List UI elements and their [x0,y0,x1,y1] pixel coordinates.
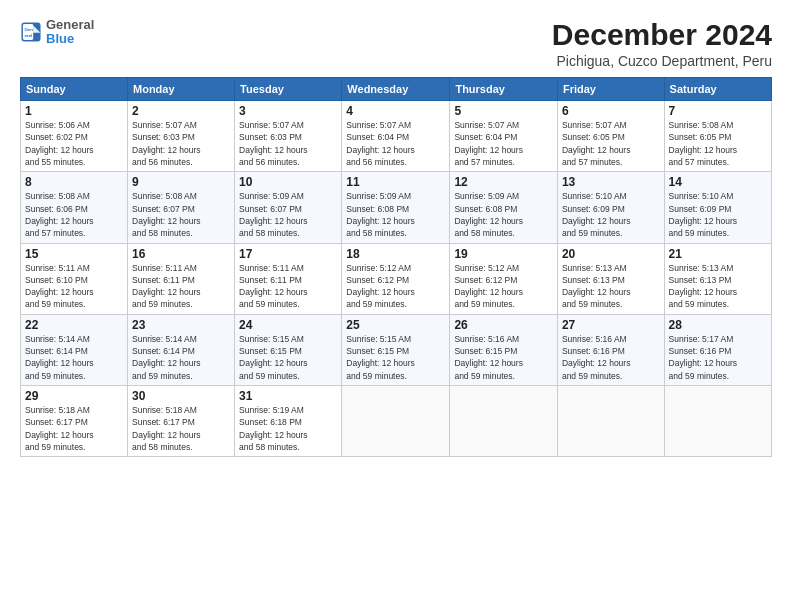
calendar-cell [342,386,450,457]
calendar-cell: 14Sunrise: 5:10 AMSunset: 6:09 PMDayligh… [664,172,771,243]
cell-info: Sunrise: 5:11 AMSunset: 6:11 PMDaylight:… [239,262,337,311]
cell-info: Sunrise: 5:12 AMSunset: 6:12 PMDaylight:… [346,262,445,311]
subtitle: Pichigua, Cuzco Department, Peru [552,53,772,69]
cell-info: Sunrise: 5:08 AMSunset: 6:06 PMDaylight:… [25,190,123,239]
logo: Gen eral General Blue [20,18,94,47]
cell-day-number: 29 [25,389,123,403]
cell-day-number: 15 [25,247,123,261]
title-block: December 2024 Pichigua, Cuzco Department… [552,18,772,69]
cell-info: Sunrise: 5:07 AMSunset: 6:03 PMDaylight:… [239,119,337,168]
cell-day-number: 24 [239,318,337,332]
calendar-cell [557,386,664,457]
calendar-cell: 31Sunrise: 5:19 AMSunset: 6:18 PMDayligh… [235,386,342,457]
calendar-week-row: 15Sunrise: 5:11 AMSunset: 6:10 PMDayligh… [21,243,772,314]
calendar-cell: 13Sunrise: 5:10 AMSunset: 6:09 PMDayligh… [557,172,664,243]
logo-line1: General [46,18,94,32]
cell-info: Sunrise: 5:10 AMSunset: 6:09 PMDaylight:… [669,190,767,239]
calendar-cell: 19Sunrise: 5:12 AMSunset: 6:12 PMDayligh… [450,243,558,314]
cell-info: Sunrise: 5:14 AMSunset: 6:14 PMDaylight:… [132,333,230,382]
calendar-cell: 21Sunrise: 5:13 AMSunset: 6:13 PMDayligh… [664,243,771,314]
calendar-cell: 27Sunrise: 5:16 AMSunset: 6:16 PMDayligh… [557,314,664,385]
day-header-monday: Monday [128,78,235,101]
calendar: SundayMondayTuesdayWednesdayThursdayFrid… [20,77,772,457]
cell-info: Sunrise: 5:07 AMSunset: 6:04 PMDaylight:… [346,119,445,168]
calendar-cell: 29Sunrise: 5:18 AMSunset: 6:17 PMDayligh… [21,386,128,457]
calendar-cell: 30Sunrise: 5:18 AMSunset: 6:17 PMDayligh… [128,386,235,457]
calendar-cell [664,386,771,457]
calendar-cell: 7Sunrise: 5:08 AMSunset: 6:05 PMDaylight… [664,101,771,172]
calendar-cell: 3Sunrise: 5:07 AMSunset: 6:03 PMDaylight… [235,101,342,172]
cell-info: Sunrise: 5:14 AMSunset: 6:14 PMDaylight:… [25,333,123,382]
cell-day-number: 30 [132,389,230,403]
calendar-cell: 2Sunrise: 5:07 AMSunset: 6:03 PMDaylight… [128,101,235,172]
cell-day-number: 28 [669,318,767,332]
cell-info: Sunrise: 5:16 AMSunset: 6:16 PMDaylight:… [562,333,660,382]
cell-info: Sunrise: 5:15 AMSunset: 6:15 PMDaylight:… [346,333,445,382]
calendar-header-row: SundayMondayTuesdayWednesdayThursdayFrid… [21,78,772,101]
calendar-cell [450,386,558,457]
cell-day-number: 23 [132,318,230,332]
cell-day-number: 14 [669,175,767,189]
main-title: December 2024 [552,18,772,51]
calendar-cell: 11Sunrise: 5:09 AMSunset: 6:08 PMDayligh… [342,172,450,243]
cell-day-number: 10 [239,175,337,189]
calendar-cell: 8Sunrise: 5:08 AMSunset: 6:06 PMDaylight… [21,172,128,243]
calendar-week-row: 8Sunrise: 5:08 AMSunset: 6:06 PMDaylight… [21,172,772,243]
cell-info: Sunrise: 5:09 AMSunset: 6:08 PMDaylight:… [454,190,553,239]
cell-day-number: 27 [562,318,660,332]
cell-day-number: 9 [132,175,230,189]
cell-day-number: 7 [669,104,767,118]
calendar-cell: 23Sunrise: 5:14 AMSunset: 6:14 PMDayligh… [128,314,235,385]
cell-info: Sunrise: 5:09 AMSunset: 6:07 PMDaylight:… [239,190,337,239]
cell-info: Sunrise: 5:19 AMSunset: 6:18 PMDaylight:… [239,404,337,453]
cell-info: Sunrise: 5:07 AMSunset: 6:05 PMDaylight:… [562,119,660,168]
cell-day-number: 11 [346,175,445,189]
calendar-cell: 17Sunrise: 5:11 AMSunset: 6:11 PMDayligh… [235,243,342,314]
page: Gen eral General Blue December 2024 Pich… [0,0,792,612]
svg-text:eral: eral [24,33,32,38]
cell-info: Sunrise: 5:13 AMSunset: 6:13 PMDaylight:… [669,262,767,311]
calendar-cell: 5Sunrise: 5:07 AMSunset: 6:04 PMDaylight… [450,101,558,172]
cell-day-number: 26 [454,318,553,332]
cell-day-number: 2 [132,104,230,118]
cell-info: Sunrise: 5:17 AMSunset: 6:16 PMDaylight:… [669,333,767,382]
cell-day-number: 6 [562,104,660,118]
cell-info: Sunrise: 5:08 AMSunset: 6:07 PMDaylight:… [132,190,230,239]
calendar-cell: 9Sunrise: 5:08 AMSunset: 6:07 PMDaylight… [128,172,235,243]
calendar-cell: 10Sunrise: 5:09 AMSunset: 6:07 PMDayligh… [235,172,342,243]
day-header-saturday: Saturday [664,78,771,101]
calendar-week-row: 29Sunrise: 5:18 AMSunset: 6:17 PMDayligh… [21,386,772,457]
cell-day-number: 16 [132,247,230,261]
cell-day-number: 21 [669,247,767,261]
calendar-cell: 12Sunrise: 5:09 AMSunset: 6:08 PMDayligh… [450,172,558,243]
day-header-thursday: Thursday [450,78,558,101]
cell-info: Sunrise: 5:18 AMSunset: 6:17 PMDaylight:… [25,404,123,453]
cell-day-number: 17 [239,247,337,261]
cell-info: Sunrise: 5:11 AMSunset: 6:10 PMDaylight:… [25,262,123,311]
calendar-cell: 24Sunrise: 5:15 AMSunset: 6:15 PMDayligh… [235,314,342,385]
calendar-week-row: 22Sunrise: 5:14 AMSunset: 6:14 PMDayligh… [21,314,772,385]
cell-info: Sunrise: 5:16 AMSunset: 6:15 PMDaylight:… [454,333,553,382]
calendar-cell: 22Sunrise: 5:14 AMSunset: 6:14 PMDayligh… [21,314,128,385]
cell-day-number: 18 [346,247,445,261]
day-header-friday: Friday [557,78,664,101]
calendar-cell: 16Sunrise: 5:11 AMSunset: 6:11 PMDayligh… [128,243,235,314]
cell-day-number: 5 [454,104,553,118]
cell-day-number: 8 [25,175,123,189]
cell-info: Sunrise: 5:09 AMSunset: 6:08 PMDaylight:… [346,190,445,239]
day-header-sunday: Sunday [21,78,128,101]
cell-day-number: 22 [25,318,123,332]
calendar-cell: 18Sunrise: 5:12 AMSunset: 6:12 PMDayligh… [342,243,450,314]
cell-info: Sunrise: 5:08 AMSunset: 6:05 PMDaylight:… [669,119,767,168]
cell-info: Sunrise: 5:07 AMSunset: 6:04 PMDaylight:… [454,119,553,168]
calendar-cell: 28Sunrise: 5:17 AMSunset: 6:16 PMDayligh… [664,314,771,385]
cell-info: Sunrise: 5:11 AMSunset: 6:11 PMDaylight:… [132,262,230,311]
cell-day-number: 19 [454,247,553,261]
calendar-cell: 6Sunrise: 5:07 AMSunset: 6:05 PMDaylight… [557,101,664,172]
calendar-cell: 20Sunrise: 5:13 AMSunset: 6:13 PMDayligh… [557,243,664,314]
cell-info: Sunrise: 5:13 AMSunset: 6:13 PMDaylight:… [562,262,660,311]
cell-info: Sunrise: 5:07 AMSunset: 6:03 PMDaylight:… [132,119,230,168]
calendar-cell: 15Sunrise: 5:11 AMSunset: 6:10 PMDayligh… [21,243,128,314]
cell-day-number: 13 [562,175,660,189]
calendar-cell: 25Sunrise: 5:15 AMSunset: 6:15 PMDayligh… [342,314,450,385]
